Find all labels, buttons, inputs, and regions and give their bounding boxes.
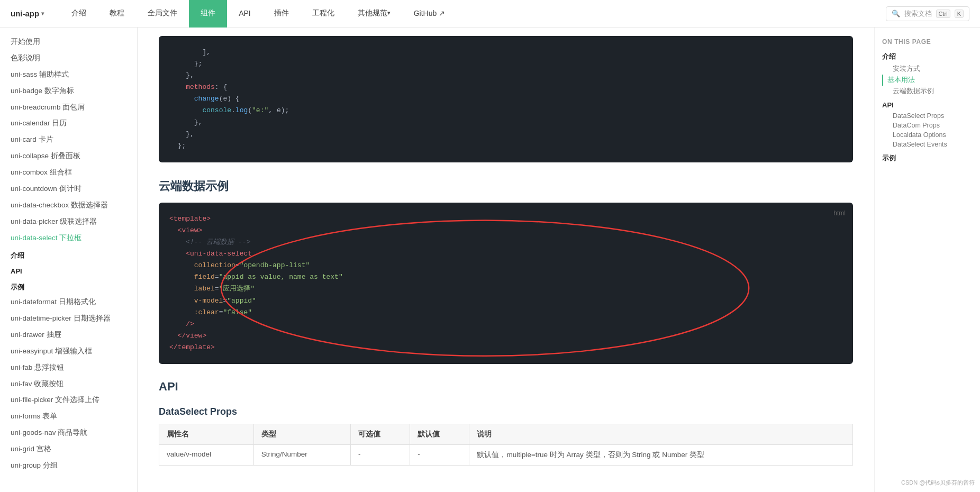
lang-tag: html	[833, 208, 846, 218]
sidebar-item[interactable]: uni-drawer 抽屉	[0, 327, 137, 343]
sidebar-item[interactable]: uni-calendar 日历	[0, 115, 137, 132]
sidebar-item[interactable]: uni-file-picker 文件选择上传	[0, 392, 137, 408]
table-header: 类型	[253, 424, 350, 444]
nav-tab-插件[interactable]: 插件	[262, 0, 301, 28]
watermark: CSDN @代码s贝多芬的音符	[901, 479, 975, 487]
toc-section: API	[882, 101, 973, 109]
toc-title: ON THIS PAGE	[882, 38, 973, 45]
table-header-row: 属性名类型可选值默认值说明	[159, 424, 853, 444]
table-header: 说明	[469, 424, 853, 444]
toc-item[interactable]: DataCom Props	[882, 121, 973, 130]
toc-item[interactable]: DataSelect Events	[882, 140, 973, 149]
table-cell: value/v-model	[159, 444, 254, 465]
api-heading: API	[159, 380, 853, 394]
toc-item[interactable]: Localdata Options	[882, 130, 973, 140]
top-nav: uni-app ▾ 介绍教程全局文件组件API插件工程化其他规范GitHub ↗…	[0, 0, 980, 28]
nav-tab-组件[interactable]: 组件	[189, 0, 227, 28]
sidebar-item[interactable]: uni-easyinput 增强输入框	[0, 343, 137, 360]
sidebar: 开始使用色彩说明uni-sass 辅助样式uni-badge 数字角标uni-b…	[0, 28, 138, 492]
sidebar-item[interactable]: 色彩说明	[0, 50, 137, 67]
table-body: value/v-modelString/Number--默认值，multiple…	[159, 444, 853, 465]
nav-tabs: 介绍教程全局文件组件API插件工程化其他规范GitHub ↗	[60, 0, 885, 28]
sidebar-item[interactable]: uni-card 卡片	[0, 132, 137, 148]
nav-tab-API[interactable]: API	[227, 0, 262, 28]
main-layout: 开始使用色彩说明uni-sass 辅助样式uni-badge 数字角标uni-b…	[0, 28, 980, 492]
sidebar-item[interactable]: uni-fab 悬浮按钮	[0, 360, 137, 376]
table-cell: -	[410, 444, 469, 465]
toc-item[interactable]: DataSelect Props	[882, 111, 973, 121]
nav-tab-全局文件[interactable]: 全局文件	[136, 0, 189, 28]
nav-tab-其他规范[interactable]: 其他规范	[346, 0, 402, 28]
props-table: 属性名类型可选值默认值说明 value/v-modelString/Number…	[159, 424, 853, 466]
toc-item[interactable]: 基本用法	[882, 75, 973, 86]
toc-sidebar: ON THIS PAGE 介绍安装方式基本用法云端数据示例APIDataSele…	[874, 28, 980, 492]
code-block-2-wrapper: html <template> <view> <!-- 云端数据 --> <un…	[159, 203, 853, 364]
sidebar-item[interactable]: uni-countdown 倒计时	[0, 181, 137, 197]
sidebar-item[interactable]: uni-data-select 下拉框	[0, 230, 137, 247]
sidebar-section[interactable]: 示例	[0, 278, 137, 294]
table-cell: -	[351, 444, 410, 465]
content-area: ], }; }, methods: { change(e) { console.…	[138, 28, 874, 492]
kbd-k: K	[955, 10, 964, 18]
brand[interactable]: uni-app ▾	[11, 9, 44, 18]
brand-arrow: ▾	[41, 11, 44, 16]
sidebar-item[interactable]: uni-badge 数字角标	[0, 83, 137, 99]
search-icon: 🔍	[892, 10, 900, 17]
sidebar-item[interactable]: uni-fav 收藏按钮	[0, 376, 137, 393]
sidebar-item[interactable]: 开始使用	[0, 34, 137, 50]
nav-tab-教程[interactable]: 教程	[98, 0, 136, 28]
table-cell: 默认值，multiple=true 时为 Array 类型，否则为 String…	[469, 444, 853, 465]
cloud-data-heading: 云端数据示例	[159, 178, 853, 194]
search-bar[interactable]: 🔍 搜索文档 Ctrl K	[886, 6, 969, 21]
sidebar-item[interactable]: uni-group 分组	[0, 458, 137, 474]
table-row: value/v-modelString/Number--默认值，multiple…	[159, 444, 853, 465]
sidebar-item[interactable]: uni-breadcrumb 面包屑	[0, 99, 137, 116]
sidebar-item[interactable]: uni-collapse 折叠面板	[0, 148, 137, 165]
table-cell: String/Number	[253, 444, 350, 465]
kbd-ctrl: Ctrl	[936, 10, 950, 18]
nav-tab-介绍[interactable]: 介绍	[60, 0, 98, 28]
sidebar-item[interactable]: uni-forms 表单	[0, 408, 137, 425]
toc-section: 示例	[882, 153, 973, 163]
nav-tab-GitHub↗[interactable]: GitHub ↗	[402, 0, 457, 28]
search-label: 搜索文档	[904, 9, 932, 19]
sidebar-section[interactable]: API	[0, 262, 137, 278]
sidebar-item[interactable]: uni-data-checkbox 数据选择器	[0, 197, 137, 214]
code-block-2: html <template> <view> <!-- 云端数据 --> <un…	[159, 203, 853, 364]
table-header: 属性名	[159, 424, 254, 444]
table-header: 默认值	[410, 424, 469, 444]
sidebar-item[interactable]: uni-combox 组合框	[0, 165, 137, 181]
dataselect-props-heading: DataSelect Props	[159, 406, 853, 417]
code-block-1: ], }; }, methods: { change(e) { console.…	[159, 36, 853, 162]
toc-item[interactable]: 云端数据示例	[882, 86, 973, 97]
brand-name: uni-app	[11, 9, 39, 18]
toc-item[interactable]: 安装方式	[882, 63, 973, 75]
sidebar-item[interactable]: uni-goods-nav 商品导航	[0, 425, 137, 441]
sidebar-section[interactable]: 介绍	[0, 247, 137, 262]
sidebar-item[interactable]: uni-data-picker 级联选择器	[0, 214, 137, 230]
nav-tab-工程化[interactable]: 工程化	[301, 0, 346, 28]
toc-section: 介绍	[882, 52, 973, 61]
sidebar-item[interactable]: uni-grid 宫格	[0, 441, 137, 458]
sidebar-item[interactable]: uni-sass 辅助样式	[0, 67, 137, 83]
sidebar-item[interactable]: uni-datetime-picker 日期选择器	[0, 311, 137, 327]
sidebar-item[interactable]: uni-dateformat 日期格式化	[0, 294, 137, 311]
table-header: 可选值	[351, 424, 410, 444]
